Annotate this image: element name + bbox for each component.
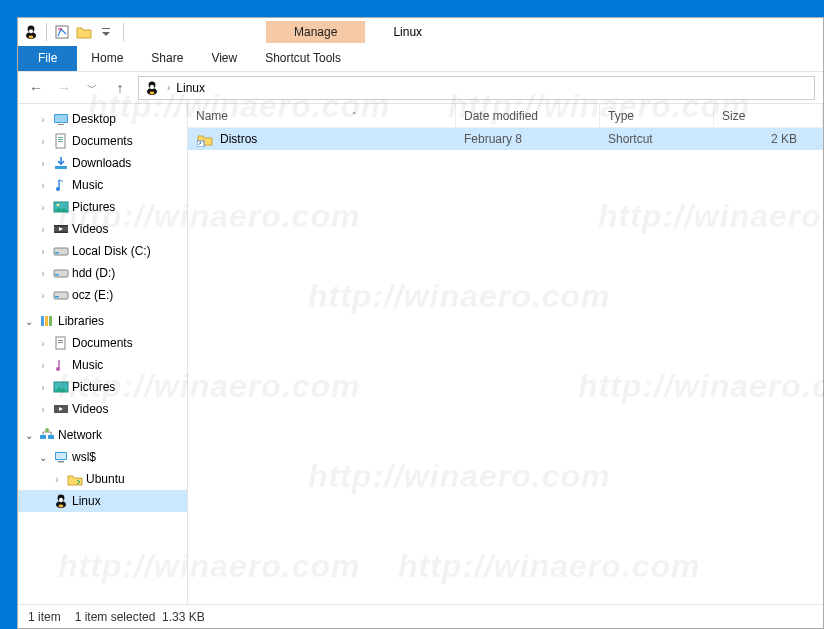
tree-item-videos[interactable]: ›Videos: [18, 398, 187, 420]
column-header-size[interactable]: Size: [714, 104, 823, 127]
vidlib-icon: [52, 401, 70, 417]
chevron-right-icon[interactable]: ›: [36, 136, 50, 147]
tree-item-desktop[interactable]: ›Desktop: [18, 108, 187, 130]
contextual-tab-header[interactable]: Manage: [266, 21, 365, 43]
ribbon-tabs: File Home Share View Shortcut Tools: [18, 46, 823, 72]
tree-item-wsl-[interactable]: ⌄wsl$: [18, 446, 187, 468]
chevron-right-icon[interactable]: ›: [36, 338, 50, 349]
tree-item-label: Linux: [72, 494, 101, 508]
chevron-right-icon[interactable]: ›: [36, 180, 50, 191]
tree-item-documents[interactable]: ›Documents: [18, 130, 187, 152]
chevron-right-icon[interactable]: ›: [167, 82, 170, 93]
status-bar: 1 item 1 item selected 1.33 KB: [18, 604, 823, 628]
tab-view[interactable]: View: [197, 46, 251, 71]
tree-item-hdd-d-[interactable]: ›hdd (D:): [18, 262, 187, 284]
explorer-window: Manage Linux File Home Share View Shortc…: [17, 17, 824, 629]
file-row[interactable]: DistrosFebruary 8Shortcut2 KB: [188, 128, 823, 150]
tree-item-label: Pictures: [72, 200, 115, 214]
penguin-icon: [143, 80, 161, 96]
column-headers: Name˄ Date modified Type Size: [188, 104, 823, 128]
chevron-right-icon[interactable]: ›: [50, 474, 64, 485]
breadcrumb-segment[interactable]: Linux: [176, 81, 205, 95]
network-icon: [38, 427, 56, 443]
tree-item-pictures[interactable]: ›Pictures: [18, 376, 187, 398]
tree-item-music[interactable]: ›Music: [18, 174, 187, 196]
svg-rect-27: [55, 252, 59, 254]
navigation-pane[interactable]: ›Desktop›Documents›Downloads›Music›Pictu…: [18, 104, 188, 604]
chevron-right-icon[interactable]: ›: [36, 246, 50, 257]
nav-history-dropdown[interactable]: ﹀: [82, 81, 102, 95]
tree-item-videos[interactable]: ›Videos: [18, 218, 187, 240]
chevron-right-icon[interactable]: ›: [36, 224, 50, 235]
nav-back-button[interactable]: ←: [26, 80, 46, 96]
chevron-down-icon[interactable]: ⌄: [22, 430, 36, 441]
tab-shortcut-tools[interactable]: Shortcut Tools: [251, 46, 355, 71]
nav-forward-button[interactable]: →: [54, 80, 74, 96]
chevron-down-icon[interactable]: ⌄: [36, 452, 50, 463]
tab-home[interactable]: Home: [77, 46, 137, 71]
download-icon: [52, 155, 70, 171]
chevron-right-icon[interactable]: ›: [36, 382, 50, 393]
tree-item-documents[interactable]: ›Documents: [18, 332, 187, 354]
address-bar[interactable]: › Linux: [138, 76, 815, 100]
tree-item-network[interactable]: ⌄Network: [18, 424, 187, 446]
svg-rect-46: [58, 461, 64, 463]
quick-access-toolbar: [42, 23, 128, 41]
tree-item-linux[interactable]: Linux: [18, 490, 187, 512]
tree-item-downloads[interactable]: ›Downloads: [18, 152, 187, 174]
svg-point-4: [29, 29, 30, 30]
title-bar[interactable]: Manage Linux: [18, 18, 823, 46]
video-icon: [52, 221, 70, 237]
svg-rect-13: [55, 115, 67, 122]
new-folder-icon[interactable]: [75, 24, 93, 40]
chevron-right-icon[interactable]: ›: [36, 360, 50, 371]
svg-point-11: [150, 91, 155, 94]
svg-rect-31: [55, 296, 59, 298]
doclib-icon: [52, 335, 70, 351]
column-header-name[interactable]: Name˄: [188, 104, 456, 127]
svg-point-22: [57, 204, 60, 207]
piclib-icon: [52, 379, 70, 395]
tree-item-label: Local Disk (C:): [72, 244, 151, 258]
tree-item-label: Libraries: [58, 314, 104, 328]
tree-item-local-disk-c-[interactable]: ›Local Disk (C:): [18, 240, 187, 262]
tree-item-pictures[interactable]: ›Pictures: [18, 196, 187, 218]
svg-point-43: [45, 428, 49, 432]
tree-item-ocz-e-[interactable]: ›ocz (E:): [18, 284, 187, 306]
column-header-date[interactable]: Date modified: [456, 104, 600, 127]
svg-rect-18: [58, 141, 63, 142]
libraries-icon: [38, 313, 56, 329]
tree-item-label: Network: [58, 428, 102, 442]
column-header-type[interactable]: Type: [600, 104, 714, 127]
chevron-right-icon[interactable]: ›: [36, 158, 50, 169]
chevron-right-icon[interactable]: ›: [36, 202, 50, 213]
file-list[interactable]: DistrosFebruary 8Shortcut2 KB: [188, 128, 823, 604]
tree-item-music[interactable]: ›Music: [18, 354, 187, 376]
svg-rect-14: [58, 124, 64, 125]
chevron-right-icon[interactable]: ›: [36, 114, 50, 125]
shortcut-folder-icon: [196, 131, 214, 147]
chevron-down-icon[interactable]: ⌄: [22, 316, 36, 327]
svg-rect-7: [102, 28, 110, 29]
disk-icon: [52, 265, 70, 281]
nav-up-button[interactable]: ↑: [110, 80, 130, 96]
tree-item-libraries[interactable]: ⌄Libraries: [18, 310, 187, 332]
svg-point-20: [56, 187, 60, 191]
properties-icon[interactable]: [53, 24, 71, 40]
tab-share[interactable]: Share: [137, 46, 197, 71]
chevron-right-icon[interactable]: ›: [36, 290, 50, 301]
qat-dropdown-icon[interactable]: [97, 24, 115, 40]
svg-rect-25: [54, 232, 68, 234]
chevron-right-icon[interactable]: ›: [36, 268, 50, 279]
file-size: 2 KB: [714, 132, 823, 146]
chevron-right-icon[interactable]: ›: [36, 404, 50, 415]
svg-rect-28: [54, 270, 68, 277]
svg-rect-19: [55, 166, 67, 169]
computer-icon: [52, 449, 70, 465]
tree-item-label: hdd (D:): [72, 266, 115, 280]
file-name: Distros: [220, 132, 257, 146]
svg-rect-36: [58, 340, 63, 341]
tree-item-ubuntu[interactable]: ›Ubuntu: [18, 468, 187, 490]
tab-file[interactable]: File: [18, 46, 77, 71]
svg-rect-45: [56, 453, 66, 459]
